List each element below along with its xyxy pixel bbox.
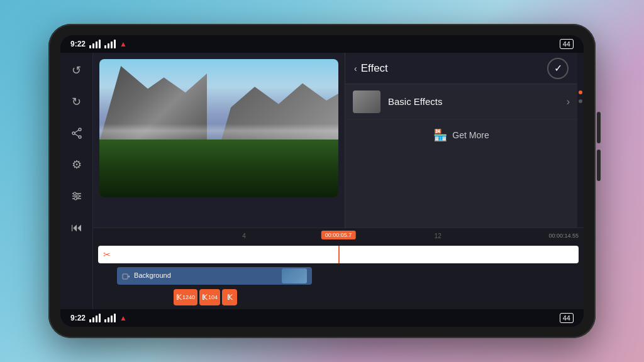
status-bottom-left: 9:22 ▲ <box>70 314 127 322</box>
forest-bottom <box>99 140 338 197</box>
basic-effects-label: Basic Effects <box>388 96 567 107</box>
svg-point-10 <box>74 197 77 200</box>
video-label-text: Background <box>134 272 171 279</box>
watermark-k-icon-3: 𝕂 <box>227 293 232 302</box>
scissors-icon: ✂ <box>103 250 111 260</box>
preview-section: ‹ Effect ✓ Basic Effects › <box>93 53 584 228</box>
watermark-track[interactable]: 𝕂 1240 𝕂 104 𝕂 <box>174 288 579 306</box>
editor-area: ‹ Effect ✓ Basic Effects › <box>93 53 584 309</box>
effect-title: Effect <box>361 62 388 75</box>
edge-dot-1 <box>579 90 582 94</box>
timeline-tracks: ✂ <box>93 243 584 309</box>
effect-track[interactable]: ✂ <box>98 246 579 263</box>
watermark-k-icon: 𝕂 <box>176 293 181 302</box>
svg-point-0 <box>79 128 81 131</box>
signal-bar2-3 <box>111 41 113 48</box>
signal-bar2-2 <box>108 43 109 48</box>
timeline-ruler: 4 12 00:00:05.7 00:00:14.55 <box>93 228 584 243</box>
signal-bars-bottom <box>89 314 101 322</box>
signal-bar2-4 <box>114 40 116 48</box>
status-left: 9:22 ▲ <box>70 40 127 48</box>
video-landscape <box>99 59 338 197</box>
watermark-k-icon-2: 𝕂 <box>202 293 207 302</box>
volume-button[interactable] <box>597 112 601 143</box>
signal-bars-2 <box>104 40 116 48</box>
signal-bars <box>89 40 101 48</box>
app-logo-icon: ▲ <box>119 40 127 48</box>
settings-button[interactable]: ⚙ <box>67 155 87 175</box>
current-time-badge: 00:00:05.7 <box>321 231 356 239</box>
svg-point-9 <box>77 195 79 197</box>
get-more-row[interactable]: 🏪 Get More <box>345 119 577 151</box>
signal-bar2-1 <box>104 45 106 48</box>
edge-dot-2 <box>579 99 582 103</box>
status-bar-bottom: 9:22 ▲ 44 <box>60 309 584 327</box>
adjust-button[interactable] <box>67 186 87 206</box>
end-time: 00:00:14.55 <box>548 233 579 239</box>
signal-bar-2 <box>92 43 94 48</box>
status-bar-top: 9:22 ▲ 44 <box>60 35 584 53</box>
status-bottom-right: 44 <box>560 313 574 323</box>
signal-bar-4 <box>99 40 101 48</box>
signal-bar-1 <box>89 45 91 48</box>
chevron-right-icon: › <box>567 96 570 107</box>
main-content: ↺ ↻ ⚙ <box>60 53 584 309</box>
svg-line-4 <box>75 134 79 136</box>
basic-effects-thumbnail <box>353 90 380 113</box>
timeline-section: 4 12 00:00:05.7 00:00:14.55 ✂ <box>93 228 584 309</box>
store-icon: 🏪 <box>433 128 447 142</box>
watermark-num-1: 1240 <box>182 294 195 300</box>
undo-button[interactable]: ↺ <box>67 60 87 80</box>
video-track[interactable]: Background <box>98 266 579 286</box>
svg-rect-11 <box>123 274 128 279</box>
status-right: 44 <box>560 39 574 49</box>
video-preview <box>99 59 338 197</box>
app-logo-icon-bottom: ▲ <box>119 314 127 322</box>
confirm-button[interactable]: ✓ <box>547 58 569 79</box>
power-button[interactable] <box>597 150 601 181</box>
share-button[interactable] <box>67 123 87 143</box>
status-time: 9:22 <box>70 40 86 48</box>
get-more-label: Get More <box>452 130 489 140</box>
back-arrow-icon: ‹ <box>354 63 357 74</box>
watermark-item-1: 𝕂 1240 <box>174 289 197 305</box>
right-panel: ‹ Effect ✓ Basic Effects › <box>345 53 577 228</box>
watermark-num-2: 104 <box>208 294 218 300</box>
ruler-tick-4: 4 <box>242 233 246 239</box>
battery-level-bottom: 44 <box>560 313 574 323</box>
status-time-bottom: 9:22 <box>70 314 86 322</box>
watermark-item-2: 𝕂 104 <box>199 289 220 305</box>
battery-level: 44 <box>560 39 574 49</box>
ruler-tick-12: 12 <box>435 233 441 239</box>
signal-bar-3 <box>96 41 97 48</box>
phone-frame: 9:22 ▲ 44 <box>48 24 596 338</box>
playhead-line <box>338 246 340 263</box>
skip-back-button[interactable]: ⏮ <box>67 217 87 238</box>
video-thumbnail <box>282 268 307 283</box>
basic-effects-row[interactable]: Basic Effects › <box>345 84 577 119</box>
svg-line-3 <box>75 130 79 133</box>
effect-back-button[interactable]: ‹ Effect <box>354 62 388 75</box>
svg-point-2 <box>79 136 81 138</box>
effect-header: ‹ Effect ✓ <box>345 53 577 84</box>
svg-point-1 <box>72 132 75 134</box>
redo-button[interactable]: ↻ <box>67 92 87 112</box>
left-sidebar: ↺ ↻ ⚙ <box>60 53 93 309</box>
video-track-bg: Background <box>117 267 312 285</box>
watermark-item-3: 𝕂 <box>222 289 237 305</box>
video-track-label: Background <box>122 272 171 280</box>
phone-screen: 9:22 ▲ 44 <box>60 35 584 327</box>
right-edge-strip <box>577 53 584 228</box>
svg-point-8 <box>74 192 76 195</box>
